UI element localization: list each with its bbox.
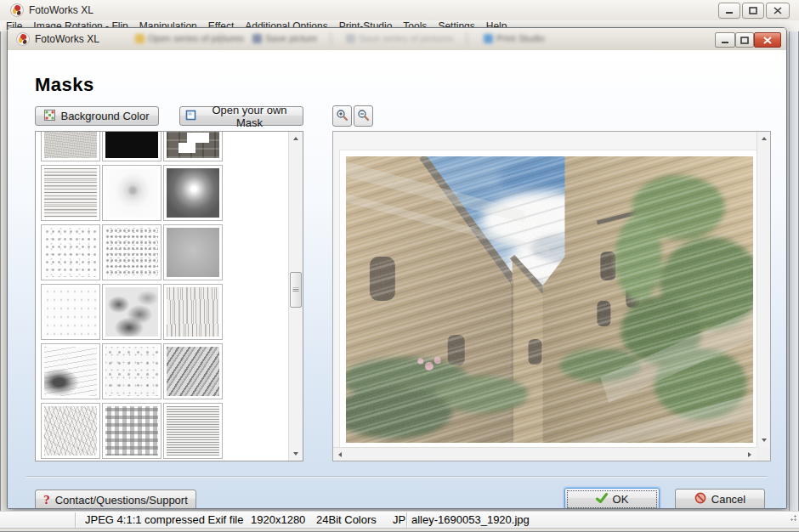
status-clipped-text: JP (393, 513, 406, 526)
mask-pattern-image (44, 347, 97, 396)
cancel-button[interactable]: Cancel (675, 489, 765, 509)
mask-thumbnail[interactable] (163, 224, 223, 280)
mask-pattern-image (105, 131, 158, 158)
main-minimize-button[interactable] (718, 3, 740, 19)
status-resolution: 1920x1280 (251, 513, 305, 526)
ok-label: OK (613, 493, 629, 506)
mask-pattern-image (167, 228, 219, 277)
scrollbar-corner (756, 447, 770, 461)
toolbar-blurred-item: Save series of pictures (346, 33, 453, 43)
mask-thumbnail[interactable] (41, 284, 100, 340)
contact-support-button[interactable]: ? Contact/Questions/Support (35, 490, 196, 509)
background-color-button[interactable]: Background Color (35, 106, 159, 126)
main-maximize-button[interactable] (742, 3, 764, 19)
ok-button[interactable]: OK (564, 488, 660, 509)
mask-thumbnail[interactable] (41, 403, 100, 459)
mask-list-scrollbar[interactable] (288, 132, 303, 461)
zoom-in-button[interactable] (332, 105, 352, 127)
page-title: Masks (35, 74, 94, 96)
mask-thumbnail[interactable] (41, 343, 100, 399)
mask-thumbnail[interactable] (102, 165, 162, 221)
screen: FotoWorks XL FileImage Rotation - FlipMa… (0, 0, 799, 532)
mask-thumbnail[interactable] (163, 403, 223, 459)
toolbar-item-icon (135, 34, 144, 43)
scroll-right-arrow-icon[interactable] (743, 448, 756, 461)
mask-pattern-image (167, 347, 219, 396)
dialog-titlebar[interactable]: Open series of pictures Save picture Sav… (8, 28, 786, 51)
toolbar-blurred-item: Save picture (252, 33, 317, 43)
status-color-depth: 24Bit Colors (316, 513, 377, 526)
cancel-label: Cancel (711, 493, 745, 506)
toolbar-separator (220, 32, 221, 45)
mask-thumbnail[interactable] (102, 284, 162, 340)
mask-pattern-image (105, 406, 158, 456)
mask-pattern-image (44, 287, 97, 337)
mask-pattern-image (105, 347, 158, 396)
zoom-out-button[interactable] (354, 105, 373, 127)
mask-pattern-image (167, 168, 219, 218)
dialog-logo-icon (16, 32, 30, 46)
main-close-button[interactable] (766, 3, 790, 19)
footer-divider (26, 476, 768, 477)
mask-thumbnail[interactable] (102, 343, 162, 399)
contact-support-label: Contact/Questions/Support (55, 494, 188, 507)
preview-vertical-scrollbar[interactable] (756, 132, 770, 447)
status-file-format: JPEG 4:1:1 compressed Exif file (85, 513, 243, 526)
main-window-title: FotoWorks XL (29, 4, 94, 16)
mask-pattern-image (44, 168, 97, 218)
mask-thumbnail[interactable] (102, 403, 162, 459)
mask-pattern-image (105, 287, 158, 337)
toolbar-item-icon (346, 34, 355, 43)
mask-grid (41, 131, 223, 459)
open-own-mask-label: Open your own Mask (201, 104, 298, 129)
main-window-bottom-frame (0, 528, 799, 532)
status-filename: alley-1690053_1920.jpg (411, 513, 530, 526)
mask-thumbnail[interactable] (163, 165, 223, 221)
mask-thumbnail[interactable] (41, 131, 100, 161)
background-color-label: Background Color (60, 110, 149, 122)
resize-grip[interactable] (789, 513, 796, 521)
mask-thumbnail[interactable] (102, 224, 162, 280)
mask-thumbnail[interactable] (102, 131, 162, 161)
dialog-close-button[interactable] (754, 32, 781, 48)
main-window-titlebar[interactable]: FotoWorks XL (0, 0, 799, 21)
mask-pattern-image (167, 406, 219, 456)
preview-image (340, 150, 759, 449)
mask-list (35, 131, 303, 461)
preview-mat (333, 132, 756, 447)
mask-thumbnail[interactable] (163, 131, 223, 161)
mask-pattern-image (105, 228, 158, 277)
statusbar-separator (406, 512, 407, 528)
toolbar-blurred-item: Open series of pictures (135, 33, 244, 43)
status-bar: JPEG 4:1:1 compressed Exif file 1920x128… (0, 511, 799, 529)
scroll-down-arrow-icon[interactable] (289, 447, 303, 461)
scroll-down-arrow-icon[interactable] (757, 433, 770, 447)
app-logo-icon (10, 3, 24, 17)
background-toolbar-blurred: Open series of pictures Save picture Sav… (110, 28, 710, 50)
mask-pattern-image (44, 131, 97, 158)
main-window-left-frame (0, 31, 7, 511)
mask-thumbnail[interactable] (163, 284, 223, 340)
mask-thumbnail[interactable] (41, 224, 100, 280)
scroll-left-arrow-icon[interactable] (333, 448, 347, 461)
mask-list-scroll-thumb[interactable] (290, 272, 302, 308)
mask-pattern-image (167, 287, 219, 337)
zoom-out-icon (357, 109, 370, 124)
cancel-no-entry-icon (694, 492, 706, 507)
toolbar-separator (467, 32, 468, 45)
scroll-up-arrow-icon[interactable] (289, 132, 303, 145)
toolbar-item-icon (484, 34, 493, 43)
mask-pattern-image (167, 131, 219, 158)
mask-thumbnail[interactable] (41, 165, 100, 221)
scroll-up-arrow-icon[interactable] (757, 132, 770, 145)
dialog-maximize-button[interactable] (735, 32, 754, 48)
open-own-mask-button[interactable]: Open your own Mask (179, 106, 303, 126)
mask-pattern-image (44, 406, 97, 456)
preview-horizontal-scrollbar[interactable] (333, 447, 756, 461)
statusbar-separator (75, 512, 76, 528)
dialog-minimize-button[interactable] (715, 32, 735, 48)
toolbar-item-icon (252, 34, 262, 43)
toolbar-blurred-item: Print Studio (484, 33, 545, 43)
masks-dialog: Open series of pictures Save picture Sav… (7, 27, 787, 509)
mask-thumbnail[interactable] (163, 343, 223, 399)
